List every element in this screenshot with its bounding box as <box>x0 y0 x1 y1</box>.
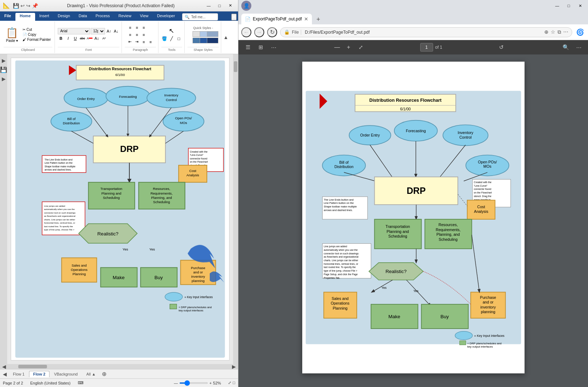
redo-icon[interactable]: ↪ <box>26 3 30 9</box>
align-right-button[interactable]: ≡ <box>141 24 147 31</box>
zoom-in-button[interactable]: + <box>209 381 212 385</box>
horizontal-scrollbar[interactable]: ◀ ▶ <box>0 364 238 369</box>
vbackground-tab[interactable]: VBackground <box>50 371 82 377</box>
indent-decrease-button[interactable]: ⇤ <box>127 39 133 45</box>
fill-button[interactable]: 🪣 <box>161 35 168 42</box>
back-button[interactable]: ← <box>241 27 251 37</box>
cut-button[interactable]: ✂ Cut <box>21 27 52 32</box>
edge-icon[interactable]: 🌀 <box>575 27 585 37</box>
save-icon[interactable]: 💾 <box>13 3 19 9</box>
maximize-button[interactable]: □ <box>214 2 224 10</box>
format-painter-button[interactable]: 🖌 Format Painter <box>21 37 52 42</box>
address-field[interactable]: 🔒 File D:/Files/ExportPageToPdf_out.pdf … <box>280 27 572 37</box>
home-tab[interactable]: Home <box>15 13 35 21</box>
file-tab[interactable]: File <box>0 13 15 21</box>
list-bullet-button[interactable]: ≡ <box>141 39 147 45</box>
strikethrough-button[interactable]: abc <box>79 35 86 42</box>
browser-minimize-button[interactable]: — <box>552 2 562 10</box>
align-left2-button[interactable]: ≡ <box>127 32 133 38</box>
forward-button[interactable]: → <box>254 27 264 37</box>
pointer-tool-button[interactable]: ↖ <box>169 28 175 34</box>
refresh-button[interactable]: ↻ <box>267 27 277 37</box>
flow1-tab[interactable]: Flow 1 <box>9 371 28 377</box>
zoom-addr-icon[interactable]: ⊕ <box>544 29 549 35</box>
ribbon-collapse[interactable]: ▲ <box>222 22 230 53</box>
underline-button[interactable]: U <box>72 35 79 42</box>
split-icon[interactable]: ⧉ <box>558 29 561 35</box>
expand-icon[interactable]: ▶ <box>2 58 6 63</box>
vertical-scrollbar[interactable] <box>233 54 238 364</box>
shadow-button[interactable]: □ <box>176 35 182 42</box>
save-page-icon[interactable]: 💾 <box>0 66 7 73</box>
svg-text:automatically when you use the: automatically when you use the <box>44 208 75 210</box>
scroll-left-button[interactable]: ◀ <box>1 364 8 369</box>
pdf-thumbnail-button[interactable]: ⊞ <box>256 42 266 52</box>
bold-button[interactable]: B <box>58 35 64 42</box>
text-highlight-button[interactable]: A↕ <box>94 35 100 42</box>
zoom-slider[interactable] <box>179 382 208 384</box>
scroll-right-button[interactable]: ▶ <box>231 364 237 369</box>
review-tab[interactable]: Review <box>114 13 136 21</box>
fit-view-button[interactable]: ⤢ <box>228 381 231 385</box>
font-grow-button[interactable]: A↑ <box>106 28 112 34</box>
canvas-main[interactable]: Distribution Resources Flowchart 6/1/00 … <box>7 54 233 364</box>
align-right2-button[interactable]: ≡ <box>141 32 147 38</box>
page-nav-icon[interactable]: ▶ <box>2 76 6 82</box>
star-icon[interactable]: ☆ <box>551 29 555 35</box>
visio-diagram[interactable]: Distribution Resources Flowchart 6/1/00 … <box>11 58 229 360</box>
font-name-select[interactable]: Arial <box>58 28 90 34</box>
pdf-zoom-out-button[interactable]: — <box>333 43 341 52</box>
browser-maximize-button[interactable]: □ <box>564 2 574 10</box>
font-shrink-button[interactable]: A↓ <box>113 28 119 34</box>
align-center-button[interactable]: ≡ <box>134 24 140 31</box>
pdf-more2-button[interactable]: ⋯ <box>574 42 584 52</box>
view-tab[interactable]: View <box>136 13 153 21</box>
pdf-fit-button[interactable]: ⤢ <box>356 42 366 52</box>
list-number-button[interactable]: ≡ <box>147 39 154 45</box>
developer-tab[interactable]: Developer <box>153 13 179 21</box>
minimize-button[interactable]: — <box>204 2 214 10</box>
pdf-content[interactable]: Distribution Resources Flowchart 6/1/00 … <box>238 54 588 387</box>
ribbon-close-button[interactable]: ✕ <box>231 14 237 20</box>
align-center2-button[interactable]: ≡ <box>134 32 140 38</box>
pdf-search-button[interactable]: 🔍 <box>561 42 571 52</box>
scrollbar-thumb[interactable] <box>234 61 237 72</box>
line-button[interactable]: ╱ <box>169 35 175 42</box>
pdf-zoom-in-button[interactable]: + <box>344 43 353 52</box>
design-tab[interactable]: Design <box>53 13 74 21</box>
insert-tab[interactable]: Insert <box>35 13 54 21</box>
pdf-tab-close-button[interactable]: ✕ <box>304 16 308 22</box>
more-icon[interactable]: ⋯ <box>563 29 568 35</box>
font-color-button[interactable]: A <box>86 35 93 42</box>
align-left-button[interactable]: ≡ <box>127 24 133 31</box>
superscript-button[interactable]: A² <box>101 35 107 42</box>
close-button[interactable]: ✕ <box>225 2 235 10</box>
pin-icon[interactable]: 📌 <box>32 3 38 9</box>
font-size-select[interactable]: 12pt. <box>91 28 105 34</box>
pdf-tab[interactable]: 📄 ExportPageToPdf_out.pdf ✕ <box>241 14 312 24</box>
paste-button[interactable]: 📋 Paste ▾ <box>4 26 20 43</box>
zoom-out-button[interactable]: — <box>174 381 178 385</box>
normal-view-button[interactable]: □ <box>233 381 235 385</box>
copy-button[interactable]: 📄 Copy <box>21 32 52 37</box>
pdf-rotate-button[interactable]: ↺ <box>497 42 507 52</box>
style-3[interactable] <box>207 31 218 37</box>
indent-increase-button[interactable]: ⇥ <box>134 39 140 45</box>
h-scrollbar-thumb[interactable] <box>18 365 47 368</box>
tell-me-box[interactable]: 🔍 Tell me... <box>182 13 218 20</box>
new-tab-button[interactable]: + <box>313 14 323 24</box>
flow2-tab[interactable]: Flow 2 <box>29 371 49 377</box>
italic-button[interactable]: I <box>65 35 71 42</box>
all-tab[interactable]: All ▲ <box>82 371 100 377</box>
process-tab[interactable]: Process <box>91 13 114 21</box>
pdf-menu-button[interactable]: ☰ <box>243 42 253 52</box>
add-page-button[interactable]: ⊕ <box>100 371 108 377</box>
profile-avatar[interactable]: 👤 <box>241 1 251 11</box>
pdf-page-input[interactable] <box>420 43 433 52</box>
undo-icon[interactable]: ↩ <box>20 3 25 9</box>
style-6[interactable] <box>207 38 218 43</box>
pdf-more-button[interactable]: ⋯ <box>269 42 279 52</box>
page-nav-left[interactable]: ◀ <box>1 371 8 377</box>
data-tab[interactable]: Data <box>74 13 91 21</box>
browser-close-button[interactable]: ✕ <box>575 2 585 10</box>
